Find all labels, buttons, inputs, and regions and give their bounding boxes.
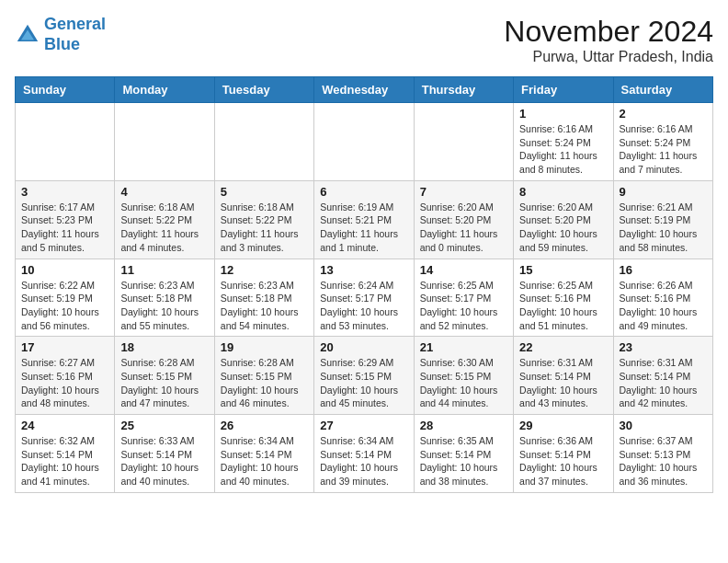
day-number: 8 bbox=[519, 185, 607, 199]
day-number: 24 bbox=[21, 419, 108, 432]
calendar-cell: 9Sunrise: 6:21 AM Sunset: 5:19 PM Daylig… bbox=[613, 180, 712, 259]
day-info: Sunrise: 6:33 AM Sunset: 5:14 PM Dayligh… bbox=[120, 434, 208, 488]
day-info: Sunrise: 6:26 AM Sunset: 5:16 PM Dayligh… bbox=[620, 279, 707, 333]
day-number: 6 bbox=[320, 185, 407, 199]
day-number: 20 bbox=[320, 340, 407, 354]
calendar-cell: 3Sunrise: 6:17 AM Sunset: 5:23 PM Daylig… bbox=[16, 180, 115, 259]
day-number: 13 bbox=[320, 263, 407, 277]
day-info: Sunrise: 6:37 AM Sunset: 5:13 PM Dayligh… bbox=[620, 434, 707, 488]
day-number: 21 bbox=[420, 340, 507, 354]
day-number: 28 bbox=[420, 419, 507, 432]
calendar-header-row: SundayMondayTuesdayWednesdayThursdayFrid… bbox=[16, 77, 713, 103]
calendar-cell: 24Sunrise: 6:32 AM Sunset: 5:14 PM Dayli… bbox=[16, 415, 115, 493]
day-number: 2 bbox=[620, 107, 707, 121]
weekday-header: Monday bbox=[115, 77, 214, 103]
weekday-header: Sunday bbox=[16, 77, 115, 103]
day-info: Sunrise: 6:31 AM Sunset: 5:14 PM Dayligh… bbox=[620, 356, 707, 410]
logo: General Blue bbox=[15, 15, 106, 54]
day-info: Sunrise: 6:18 AM Sunset: 5:22 PM Dayligh… bbox=[120, 201, 208, 255]
location-title: Purwa, Uttar Pradesh, India bbox=[504, 49, 713, 65]
day-info: Sunrise: 6:34 AM Sunset: 5:14 PM Dayligh… bbox=[320, 434, 407, 488]
calendar-cell: 5Sunrise: 6:18 AM Sunset: 5:22 PM Daylig… bbox=[214, 180, 313, 259]
day-number: 26 bbox=[221, 419, 308, 432]
calendar-cell: 30Sunrise: 6:37 AM Sunset: 5:13 PM Dayli… bbox=[613, 415, 712, 493]
calendar-week-row: 3Sunrise: 6:17 AM Sunset: 5:23 PM Daylig… bbox=[16, 180, 713, 259]
day-info: Sunrise: 6:34 AM Sunset: 5:14 PM Dayligh… bbox=[221, 434, 308, 488]
calendar-cell bbox=[16, 103, 115, 181]
day-info: Sunrise: 6:24 AM Sunset: 5:17 PM Dayligh… bbox=[320, 279, 407, 333]
day-info: Sunrise: 6:21 AM Sunset: 5:19 PM Dayligh… bbox=[620, 201, 707, 255]
day-info: Sunrise: 6:31 AM Sunset: 5:14 PM Dayligh… bbox=[519, 356, 607, 410]
day-number: 30 bbox=[620, 419, 707, 432]
day-info: Sunrise: 6:20 AM Sunset: 5:20 PM Dayligh… bbox=[519, 201, 607, 255]
calendar-cell bbox=[214, 103, 313, 181]
day-number: 18 bbox=[120, 340, 208, 354]
day-info: Sunrise: 6:28 AM Sunset: 5:15 PM Dayligh… bbox=[120, 356, 208, 410]
day-info: Sunrise: 6:16 AM Sunset: 5:24 PM Dayligh… bbox=[519, 122, 607, 177]
calendar-cell: 29Sunrise: 6:36 AM Sunset: 5:14 PM Dayli… bbox=[514, 415, 613, 493]
day-info: Sunrise: 6:23 AM Sunset: 5:18 PM Dayligh… bbox=[221, 279, 308, 333]
calendar-cell: 25Sunrise: 6:33 AM Sunset: 5:14 PM Dayli… bbox=[115, 415, 214, 493]
calendar-cell bbox=[115, 103, 214, 181]
calendar-cell: 22Sunrise: 6:31 AM Sunset: 5:14 PM Dayli… bbox=[514, 337, 613, 415]
calendar-week-row: 1Sunrise: 6:16 AM Sunset: 5:24 PM Daylig… bbox=[16, 103, 713, 181]
calendar-cell: 1Sunrise: 6:16 AM Sunset: 5:24 PM Daylig… bbox=[514, 103, 613, 181]
day-info: Sunrise: 6:28 AM Sunset: 5:15 PM Dayligh… bbox=[221, 356, 308, 410]
day-number: 10 bbox=[21, 263, 108, 277]
day-info: Sunrise: 6:36 AM Sunset: 5:14 PM Dayligh… bbox=[519, 434, 607, 488]
day-info: Sunrise: 6:32 AM Sunset: 5:14 PM Dayligh… bbox=[21, 434, 108, 488]
calendar-cell: 28Sunrise: 6:35 AM Sunset: 5:14 PM Dayli… bbox=[414, 415, 513, 493]
weekday-header: Saturday bbox=[613, 77, 712, 103]
calendar-cell: 14Sunrise: 6:25 AM Sunset: 5:17 PM Dayli… bbox=[414, 259, 513, 337]
weekday-header: Friday bbox=[514, 77, 613, 103]
day-number: 16 bbox=[620, 263, 707, 277]
calendar-cell: 21Sunrise: 6:30 AM Sunset: 5:15 PM Dayli… bbox=[414, 337, 513, 415]
day-info: Sunrise: 6:16 AM Sunset: 5:24 PM Dayligh… bbox=[620, 122, 707, 177]
day-number: 25 bbox=[120, 419, 208, 432]
day-number: 14 bbox=[420, 263, 507, 277]
day-number: 15 bbox=[519, 263, 607, 277]
day-number: 9 bbox=[620, 185, 707, 199]
calendar-cell: 19Sunrise: 6:28 AM Sunset: 5:15 PM Dayli… bbox=[214, 337, 313, 415]
calendar: SundayMondayTuesdayWednesdayThursdayFrid… bbox=[15, 76, 713, 493]
page-header: General Blue November 2024 Purwa, Uttar … bbox=[15, 15, 713, 65]
calendar-cell: 7Sunrise: 6:20 AM Sunset: 5:20 PM Daylig… bbox=[414, 180, 513, 259]
logo-text: General Blue bbox=[44, 15, 106, 54]
calendar-week-row: 17Sunrise: 6:27 AM Sunset: 5:16 PM Dayli… bbox=[16, 337, 713, 415]
calendar-week-row: 10Sunrise: 6:22 AM Sunset: 5:19 PM Dayli… bbox=[16, 259, 713, 337]
calendar-cell: 6Sunrise: 6:19 AM Sunset: 5:21 PM Daylig… bbox=[314, 180, 414, 259]
calendar-cell: 26Sunrise: 6:34 AM Sunset: 5:14 PM Dayli… bbox=[214, 415, 313, 493]
calendar-cell: 11Sunrise: 6:23 AM Sunset: 5:18 PM Dayli… bbox=[115, 259, 214, 337]
day-number: 5 bbox=[221, 185, 308, 199]
logo-line2: Blue bbox=[44, 35, 106, 55]
calendar-cell: 27Sunrise: 6:34 AM Sunset: 5:14 PM Dayli… bbox=[314, 415, 414, 493]
calendar-cell bbox=[414, 103, 513, 181]
day-number: 3 bbox=[21, 185, 108, 199]
day-info: Sunrise: 6:25 AM Sunset: 5:17 PM Dayligh… bbox=[420, 279, 507, 333]
day-info: Sunrise: 6:35 AM Sunset: 5:14 PM Dayligh… bbox=[420, 434, 507, 488]
day-number: 7 bbox=[420, 185, 507, 199]
day-number: 17 bbox=[21, 340, 108, 354]
logo-icon bbox=[15, 22, 40, 48]
weekday-header: Wednesday bbox=[314, 77, 414, 103]
day-info: Sunrise: 6:27 AM Sunset: 5:16 PM Dayligh… bbox=[21, 356, 108, 410]
day-number: 11 bbox=[120, 263, 208, 277]
weekday-header: Tuesday bbox=[214, 77, 313, 103]
calendar-cell: 10Sunrise: 6:22 AM Sunset: 5:19 PM Dayli… bbox=[16, 259, 115, 337]
day-number: 1 bbox=[519, 107, 607, 121]
calendar-cell: 13Sunrise: 6:24 AM Sunset: 5:17 PM Dayli… bbox=[314, 259, 414, 337]
day-info: Sunrise: 6:17 AM Sunset: 5:23 PM Dayligh… bbox=[21, 201, 108, 255]
calendar-week-row: 24Sunrise: 6:32 AM Sunset: 5:14 PM Dayli… bbox=[16, 415, 713, 493]
calendar-cell: 15Sunrise: 6:25 AM Sunset: 5:16 PM Dayli… bbox=[514, 259, 613, 337]
calendar-cell: 4Sunrise: 6:18 AM Sunset: 5:22 PM Daylig… bbox=[115, 180, 214, 259]
day-info: Sunrise: 6:23 AM Sunset: 5:18 PM Dayligh… bbox=[120, 279, 208, 333]
day-info: Sunrise: 6:18 AM Sunset: 5:22 PM Dayligh… bbox=[221, 201, 308, 255]
day-number: 27 bbox=[320, 419, 407, 432]
day-info: Sunrise: 6:30 AM Sunset: 5:15 PM Dayligh… bbox=[420, 356, 507, 410]
day-number: 22 bbox=[519, 340, 607, 354]
calendar-cell: 20Sunrise: 6:29 AM Sunset: 5:15 PM Dayli… bbox=[314, 337, 414, 415]
calendar-cell: 18Sunrise: 6:28 AM Sunset: 5:15 PM Dayli… bbox=[115, 337, 214, 415]
day-number: 23 bbox=[620, 340, 707, 354]
calendar-cell: 8Sunrise: 6:20 AM Sunset: 5:20 PM Daylig… bbox=[514, 180, 613, 259]
weekday-header: Thursday bbox=[414, 77, 513, 103]
